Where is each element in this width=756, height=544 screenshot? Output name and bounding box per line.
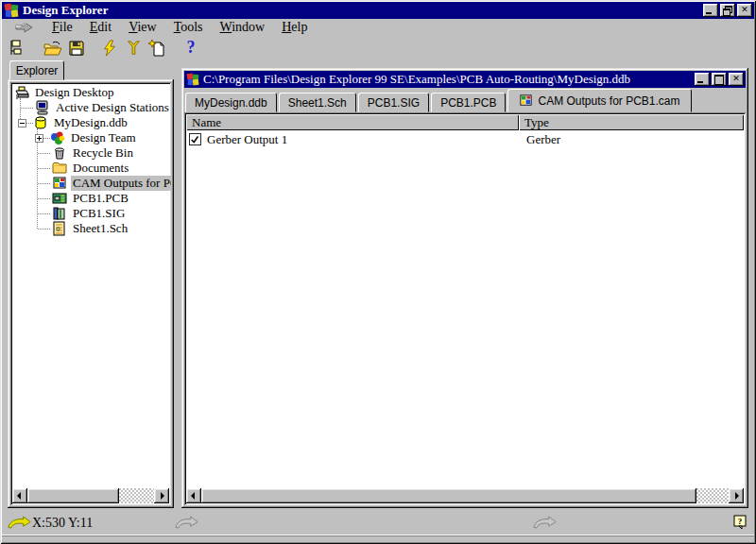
recycle-bin-icon	[52, 145, 67, 161]
tree-connector	[38, 183, 50, 184]
tree-item-label: MyDesign.ddb	[52, 115, 129, 130]
workstation-icon	[35, 100, 50, 115]
tree-connector	[21, 108, 33, 109]
options-button[interactable]	[122, 37, 145, 59]
desktop-icon	[14, 85, 29, 100]
menubar: FileEditViewToolsWindowHelp	[2, 19, 754, 36]
output-type: Gerber	[526, 132, 560, 147]
tree-item-design-desktop[interactable]: Design Desktop	[14, 85, 171, 100]
tree-item-active-design-stations[interactable]: Active Design Stations	[35, 100, 171, 115]
tree-item-design-team[interactable]: Design Team	[33, 130, 171, 145]
tree-item-label: PCB1.SIG	[71, 206, 127, 221]
scrollbar-thumb[interactable]	[201, 488, 696, 503]
tab-explorer[interactable]: Explorer	[9, 60, 64, 80]
tab-sheet1-sch[interactable]: Sheet1.Sch	[279, 93, 356, 112]
database-icon	[33, 115, 48, 130]
compile-button[interactable]	[98, 37, 121, 59]
compile-icon	[101, 39, 118, 58]
tree-item-documents[interactable]: Documents	[52, 161, 171, 176]
tree-item-label: Design Desktop	[33, 85, 115, 100]
explorer-panel-body: Design DesktopActive Design StationsMyDe…	[8, 79, 174, 508]
new-document-icon	[148, 39, 167, 58]
doc-minimize-icon[interactable]	[695, 73, 710, 86]
tree-item-label: Recycle Bin	[71, 145, 135, 161]
options-icon	[125, 39, 142, 58]
design-tree: Design DesktopActive Design StationsMyDe…	[10, 82, 171, 505]
help-icon[interactable]: ?	[733, 515, 747, 529]
tree-item-cam-outputs-for-pcb1-cam[interactable]: CAM Outputs for PCB1.cam	[52, 176, 171, 191]
explorer-toggle-button[interactable]	[6, 37, 28, 59]
document-tabs: MyDesign.ddbSheet1.SchPCB1.SIGPCB1.PCBCA…	[184, 89, 746, 112]
cam-icon	[52, 176, 67, 191]
cam-icon	[519, 94, 533, 108]
scroll-left-icon[interactable]	[186, 488, 201, 503]
menu-view[interactable]: View	[120, 20, 165, 35]
doc-maximize-icon[interactable]	[712, 73, 727, 86]
document-window: C:\Program Files\Design Explorer 99 SE\E…	[181, 68, 748, 508]
tree-item-label: Design Team	[69, 130, 138, 145]
tab-pcb1-pcb[interactable]: PCB1.PCB	[431, 93, 506, 112]
tree-connector	[38, 168, 50, 169]
document-hscrollbar[interactable]	[186, 488, 744, 503]
swoosh-arrow-yellow-icon	[8, 516, 32, 530]
tree-item-label: Sheet1.Sch	[71, 221, 129, 236]
tab-label: CAM Outputs for PCB1.cam	[538, 94, 679, 108]
collapse-icon[interactable]	[16, 119, 28, 128]
restore-icon[interactable]	[720, 4, 735, 17]
scrollbar-track[interactable]	[696, 488, 729, 503]
tab-cam-outputs-for-pcb1-cam[interactable]: CAM Outputs for PCB1.cam	[507, 89, 691, 112]
tab-label: MyDesign.ddb	[195, 96, 267, 110]
menu-window[interactable]: Window	[212, 20, 274, 35]
scrollbar-thumb[interactable]	[27, 488, 119, 503]
open-document-button[interactable]	[42, 37, 64, 59]
explorer-tab-label: Explorer	[16, 64, 59, 77]
doc-close-icon[interactable]	[729, 73, 744, 86]
bottom-edge	[2, 535, 754, 536]
tree-item-mydesign-ddb[interactable]: MyDesign.ddb	[16, 115, 171, 130]
scroll-right-icon[interactable]	[154, 488, 169, 503]
menu-help[interactable]: Help	[273, 20, 316, 35]
tab-label: Sheet1.Sch	[288, 96, 347, 110]
menu-file[interactable]: File	[43, 20, 81, 35]
minimize-icon[interactable]	[703, 4, 718, 17]
column-header-type[interactable]: Type	[519, 114, 744, 130]
explorer-hscrollbar[interactable]	[12, 488, 169, 503]
tab-pcb1-sig[interactable]: PCB1.SIG	[358, 93, 429, 112]
scrollbar-track[interactable]	[119, 488, 154, 503]
save-icon	[67, 39, 86, 58]
tab-label: PCB1.SIG	[368, 96, 420, 110]
document-titlebar[interactable]: C:\Program Files\Design Explorer 99 SE\E…	[184, 71, 746, 88]
new-document-button[interactable]	[146, 37, 169, 59]
help-icon: ?	[187, 38, 196, 58]
close-icon[interactable]	[737, 4, 752, 17]
swoosh-arrow-grey-icon	[533, 516, 558, 530]
explorer-panel: Explorer Design DesktopActive Design Sta…	[8, 60, 174, 508]
pcb-icon	[52, 191, 67, 206]
table-header: Name Type	[186, 114, 744, 130]
column-header-name[interactable]: Name	[186, 114, 519, 130]
menu-edit[interactable]: Edit	[81, 20, 120, 35]
design-explorer-window: Design Explorer FileEditViewToolsWindowH…	[0, 0, 756, 544]
scroll-right-icon[interactable]	[729, 488, 744, 503]
tree-item-recycle-bin[interactable]: Recycle Bin	[52, 145, 171, 161]
team-icon	[50, 130, 65, 145]
expand-icon[interactable]	[33, 134, 45, 143]
svg-text:?: ?	[738, 517, 743, 526]
tree-item-pcb1-pcb[interactable]: PCB1.PCB	[52, 191, 171, 206]
tree-connector	[38, 213, 50, 214]
main-titlebar[interactable]: Design Explorer	[2, 2, 754, 19]
tree-item-pcb1-sig[interactable]: PCB1.SIG	[52, 206, 171, 221]
menu-tools[interactable]: Tools	[165, 20, 212, 35]
scroll-left-icon[interactable]	[12, 488, 27, 503]
help-button[interactable]: ?	[180, 37, 202, 59]
document-path: C:\Program Files\Design Explorer 99 SE\E…	[203, 72, 691, 87]
swoosh-arrow-grey-icon	[175, 516, 199, 530]
tree-item-sheet1-sch[interactable]: Sheet1.Sch	[52, 221, 171, 236]
tab-mydesign-ddb[interactable]: MyDesign.ddb	[185, 93, 277, 112]
save-button[interactable]	[65, 37, 88, 59]
cam-outputs-view: Name Type Gerber Output 1Gerber	[184, 112, 746, 505]
tree-item-label: PCB1.PCB	[71, 191, 130, 206]
output-name: Gerber Output 1	[207, 132, 287, 147]
table-row[interactable]: Gerber Output 1Gerber	[186, 131, 744, 147]
checkbox-checked[interactable]	[189, 133, 201, 145]
